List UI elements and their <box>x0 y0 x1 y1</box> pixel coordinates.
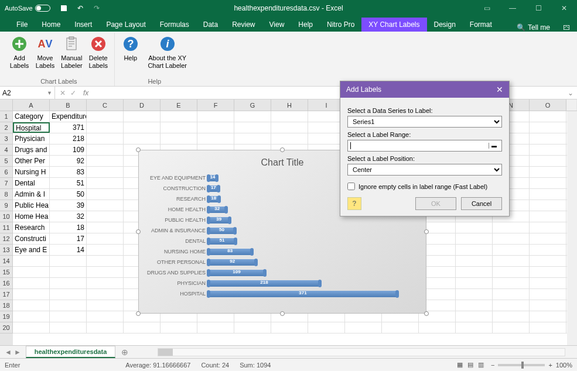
cell[interactable] <box>87 300 124 311</box>
cell[interactable] <box>124 133 161 144</box>
tab-design[interactable]: Design <box>427 18 463 32</box>
cell[interactable] <box>87 222 124 233</box>
cell[interactable] <box>87 156 124 166</box>
row-header[interactable]: 9 <box>0 200 13 211</box>
dialog-titlebar[interactable]: Add Labels ✕ <box>340 81 509 98</box>
bar[interactable]: 17 <box>209 185 218 192</box>
cell[interactable] <box>530 178 566 188</box>
page-layout-view-icon[interactable]: ▤ <box>467 361 473 369</box>
autosave-toggle[interactable]: AutoSave <box>0 5 55 12</box>
cell[interactable] <box>13 289 50 300</box>
cell[interactable] <box>530 133 566 144</box>
save-icon[interactable] <box>59 3 69 13</box>
cell[interactable] <box>87 256 124 266</box>
row-header[interactable]: 19 <box>0 311 13 322</box>
col-header[interactable]: H <box>271 99 308 111</box>
cell[interactable] <box>271 111 308 122</box>
cell[interactable] <box>456 322 493 333</box>
cell[interactable]: 18 <box>50 222 87 233</box>
cell[interactable]: Expenditures <box>50 111 87 122</box>
cell[interactable] <box>530 256 566 266</box>
cell[interactable]: Admin & I <box>13 189 50 200</box>
cell[interactable] <box>530 300 566 311</box>
cell[interactable] <box>456 256 493 266</box>
cell[interactable]: 17 <box>50 233 87 244</box>
row-header[interactable]: 8 <box>0 189 13 200</box>
cell[interactable]: 218 <box>50 133 87 144</box>
row-header[interactable]: 20 <box>0 322 13 333</box>
row-header[interactable]: 4 <box>0 145 13 156</box>
position-select[interactable]: Center <box>347 164 502 176</box>
cell[interactable] <box>13 256 50 266</box>
cell[interactable] <box>493 278 530 288</box>
ignore-empty-checkbox[interactable]: Ignore empty cells in label range (Fast … <box>347 183 502 190</box>
cell[interactable] <box>124 111 161 122</box>
cell[interactable] <box>197 111 234 122</box>
cell[interactable] <box>419 322 456 333</box>
ribbon-options-icon[interactable]: ▭ <box>474 0 500 16</box>
cell[interactable] <box>456 267 493 277</box>
row-header[interactable]: 5 <box>0 156 13 167</box>
row-header[interactable]: 2 <box>0 122 13 133</box>
cell[interactable] <box>530 189 566 200</box>
series-select[interactable]: Series1 <box>347 116 502 128</box>
cell[interactable] <box>234 322 271 333</box>
tab-view[interactable]: View <box>262 18 292 32</box>
cell[interactable] <box>87 245 124 255</box>
checkbox-input[interactable] <box>347 183 355 190</box>
cell[interactable] <box>456 222 493 233</box>
cell[interactable] <box>493 267 530 277</box>
cell[interactable] <box>493 289 530 300</box>
zoom-value[interactable]: 100% <box>556 362 572 369</box>
cell[interactable]: 14 <box>50 245 87 255</box>
cell[interactable] <box>530 156 566 166</box>
horizontal-scrollbar[interactable] <box>158 348 565 356</box>
cell[interactable]: Category <box>13 111 50 122</box>
cell[interactable]: Home Hea <box>13 211 50 222</box>
cell[interactable]: 371 <box>50 122 87 133</box>
cell[interactable] <box>493 233 530 244</box>
cell[interactable] <box>13 278 50 288</box>
tab-review[interactable]: Review <box>225 18 262 32</box>
col-header[interactable]: A <box>13 99 50 111</box>
cell[interactable] <box>493 322 530 333</box>
toggle-switch[interactable] <box>35 5 50 12</box>
close-icon[interactable]: ✕ <box>551 0 577 16</box>
cell[interactable] <box>308 322 345 333</box>
cell[interactable]: Dental <box>13 178 50 188</box>
cell[interactable] <box>87 289 124 300</box>
cell[interactable] <box>456 289 493 300</box>
cell[interactable] <box>87 111 124 122</box>
vertical-scrollbar[interactable] <box>567 111 577 345</box>
bar[interactable]: 51 <box>209 238 235 245</box>
bar[interactable]: 371 <box>209 291 397 297</box>
cell[interactable] <box>234 133 271 144</box>
cell[interactable]: 32 <box>50 211 87 222</box>
cell[interactable] <box>530 211 566 222</box>
zoom-in-icon[interactable]: + <box>548 362 552 369</box>
row-header[interactable]: 6 <box>0 167 13 178</box>
cell[interactable] <box>456 233 493 244</box>
range-input[interactable]: ▬ <box>347 140 502 152</box>
cell[interactable] <box>87 189 124 200</box>
col-header[interactable]: B <box>50 99 87 111</box>
cell[interactable] <box>456 245 493 255</box>
zoom-out-icon[interactable]: − <box>491 362 494 369</box>
tab-file[interactable]: File <box>9 18 35 32</box>
bar[interactable]: 218 <box>209 280 319 287</box>
bar[interactable]: 32 <box>209 207 226 213</box>
cell[interactable] <box>530 122 566 133</box>
redo-icon[interactable]: ↷ <box>91 3 102 13</box>
cell[interactable] <box>530 200 566 211</box>
tab-formulas[interactable]: Formulas <box>153 18 196 32</box>
cell[interactable] <box>530 222 566 233</box>
cell[interactable] <box>87 311 124 322</box>
cell[interactable]: Physician <box>13 133 50 144</box>
cell[interactable] <box>87 178 124 188</box>
bar[interactable]: 50 <box>209 228 234 234</box>
col-header[interactable]: D <box>124 99 161 111</box>
chevron-down-icon[interactable]: ▼ <box>47 90 52 96</box>
cell[interactable] <box>50 289 87 300</box>
enter-icon[interactable]: ✓ <box>70 89 76 97</box>
help-button[interactable]: ? Help <box>118 33 143 77</box>
